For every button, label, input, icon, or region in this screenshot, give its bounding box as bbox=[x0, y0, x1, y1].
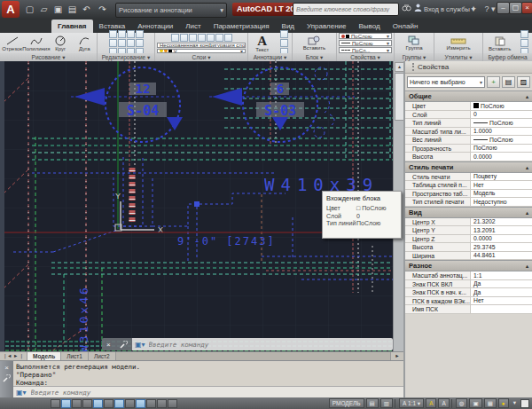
property-row[interactable]: Центр X21.3202 bbox=[405, 218, 532, 227]
search-input[interactable] bbox=[293, 4, 398, 15]
selection-dropdown[interactable]: Ничего не выбрано ▾ bbox=[407, 76, 485, 88]
property-row[interactable]: Знак ПСК в нач. к...Да bbox=[405, 288, 532, 297]
property-row[interactable]: ЦветПоСлою bbox=[405, 102, 532, 111]
polyline-tool[interactable]: Полилиния bbox=[25, 35, 48, 51]
panel-block-label[interactable]: Блок ▾ bbox=[293, 53, 336, 61]
panel-utilities-label[interactable]: Утилиты ▾ bbox=[434, 53, 482, 61]
property-row[interactable]: Центр Y13.2091 bbox=[405, 226, 532, 235]
explode-icon[interactable] bbox=[136, 39, 144, 47]
layer-properties-icon[interactable] bbox=[171, 34, 179, 42]
layer-off-icon[interactable] bbox=[180, 34, 188, 42]
lineweight-toggle[interactable] bbox=[146, 399, 156, 408]
move-icon[interactable] bbox=[109, 30, 117, 38]
status-menu-chevron-icon[interactable]: ▾ bbox=[511, 398, 519, 408]
annotation-visibility-icon[interactable]: А bbox=[426, 398, 436, 408]
property-row[interactable]: Тип линийПоСлою bbox=[405, 119, 532, 128]
layer-isolate-icon[interactable] bbox=[189, 34, 197, 42]
property-row[interactable]: Таблица стилей п...Нет bbox=[405, 181, 532, 190]
ribbon-tab[interactable]: Параметризация bbox=[207, 20, 276, 33]
property-row[interactable]: Масштаб типа ли...1.0000 bbox=[405, 128, 532, 137]
minimize-button[interactable]: – bbox=[497, 2, 510, 14]
ribbon-tab[interactable]: Онлайн bbox=[387, 20, 425, 33]
quick-select-button[interactable]: ▨ bbox=[517, 76, 530, 88]
osnap-toggle[interactable] bbox=[104, 399, 113, 408]
save-icon[interactable]: ▣ bbox=[51, 4, 65, 16]
panel-annotation-label[interactable]: Аннотации ▾ bbox=[248, 53, 292, 61]
layer-tools-row[interactable] bbox=[157, 33, 246, 42]
property-row[interactable]: Центр Z0.0000 bbox=[405, 235, 532, 244]
layer-config-dropdown[interactable]: Несохраненная конфигурация сло▾ bbox=[157, 43, 246, 48]
help-search-box[interactable] bbox=[293, 3, 399, 16]
erase-icon[interactable] bbox=[136, 30, 144, 38]
quick-view-layouts-icon[interactable]: ▤ bbox=[366, 398, 379, 408]
measure-button[interactable]: Измерить bbox=[442, 33, 474, 53]
layer-lock-icon[interactable] bbox=[207, 34, 215, 42]
property-row[interactable]: Знак ПСК ВКЛДа bbox=[405, 280, 532, 289]
infer-constraints-toggle[interactable] bbox=[51, 399, 60, 408]
layout-tab[interactable]: Лист2 bbox=[89, 352, 116, 360]
ducs-toggle[interactable] bbox=[125, 399, 135, 408]
ortho-toggle[interactable] bbox=[82, 399, 92, 408]
floating-command-bar[interactable]: × ▣▾ bbox=[102, 338, 393, 350]
close-icon[interactable]: × bbox=[4, 364, 9, 372]
model-space-button[interactable]: РМОДЕЛЬ bbox=[329, 398, 364, 408]
polar-toggle[interactable] bbox=[93, 399, 103, 408]
command-input[interactable] bbox=[147, 340, 390, 350]
property-row[interactable]: Пространство таб...Модель bbox=[405, 190, 532, 199]
quick-view-drawings-icon[interactable]: ▥ bbox=[380, 398, 393, 408]
panel-properties-label[interactable]: Свойства ▾ bbox=[337, 53, 394, 61]
leader-icon[interactable] bbox=[280, 39, 288, 47]
line-tool[interactable]: Отрезок bbox=[1, 35, 24, 51]
workspace-switch-icon[interactable]: ◍ bbox=[456, 398, 468, 408]
select-objects-button[interactable]: ▤ bbox=[502, 76, 515, 88]
ribbon-tab[interactable]: Главная bbox=[51, 20, 93, 33]
palette-section-header[interactable]: Общие▴ bbox=[405, 90, 532, 102]
panel-draw-label[interactable]: Рисование ▾ bbox=[0, 53, 97, 61]
object-color-dropdown[interactable]: ПоСлою ▾ bbox=[339, 33, 392, 39]
property-row[interactable]: Высота29.3745 bbox=[405, 243, 532, 252]
autocad-logo-icon[interactable]: A bbox=[2, 1, 20, 18]
customize-wrench-icon[interactable] bbox=[120, 341, 128, 349]
dynamic-input-toggle[interactable] bbox=[136, 399, 145, 408]
transparency-toggle[interactable] bbox=[157, 399, 167, 408]
insert-block-button[interactable]: Вставить bbox=[301, 33, 328, 53]
quick-properties-toggle[interactable] bbox=[168, 399, 177, 408]
group-button[interactable]: Группа bbox=[402, 33, 426, 53]
plot-icon[interactable]: ▤ bbox=[66, 4, 79, 16]
mirror-icon[interactable] bbox=[118, 39, 126, 47]
property-row[interactable]: ПСК в каждом ВЭк...Нет bbox=[405, 297, 532, 306]
ribbon-tab[interactable]: Управление bbox=[301, 20, 352, 33]
command-input[interactable] bbox=[29, 388, 401, 397]
annotation-scale-button[interactable]: А 1:1 ▾ bbox=[399, 398, 424, 408]
fillet-icon[interactable] bbox=[127, 39, 135, 47]
dimension-icon[interactable] bbox=[280, 30, 288, 38]
ribbon-tab[interactable]: Вывод bbox=[353, 20, 387, 33]
palette-section-header[interactable]: Разное▴ bbox=[405, 260, 532, 271]
property-row[interactable]: Тип стилей печатиНедоступно bbox=[405, 198, 532, 207]
copy-clip-icon[interactable] bbox=[520, 39, 528, 47]
rotate-icon[interactable] bbox=[118, 30, 126, 38]
property-row[interactable]: Вес линийПоСлою bbox=[405, 136, 532, 145]
new-file-icon[interactable]: ▢ bbox=[23, 4, 36, 16]
command-input-field[interactable]: ▣▾ bbox=[132, 338, 393, 350]
property-row[interactable]: Ширина44.8461 bbox=[405, 252, 532, 261]
property-row[interactable]: ПрозрачностьПоСлою bbox=[405, 145, 532, 153]
grid-toggle[interactable] bbox=[72, 399, 82, 408]
circle-tool[interactable]: Круг bbox=[49, 35, 72, 51]
panel-layers-label[interactable]: Слои ▾ bbox=[155, 53, 247, 61]
modify-tools-row[interactable] bbox=[108, 30, 144, 39]
property-row[interactable]: Стиль печатиПоцвету bbox=[405, 173, 532, 182]
toolbar-lock-icon[interactable]: ▣ bbox=[469, 398, 481, 408]
cut-icon[interactable] bbox=[520, 30, 528, 38]
help-icon[interactable]: ? ▾ bbox=[484, 3, 496, 16]
lineweight-dropdown[interactable]: ПоСлою ▾ bbox=[339, 40, 392, 46]
palette-title[interactable]: Свойства bbox=[405, 61, 532, 74]
layer-match-icon[interactable] bbox=[215, 34, 223, 42]
customize-wrench-icon[interactable] bbox=[3, 374, 11, 382]
hscroll-track[interactable] bbox=[116, 352, 390, 360]
property-row[interactable]: Масштаб аннотац...1:1 bbox=[405, 271, 532, 280]
otrack-toggle[interactable] bbox=[114, 399, 124, 408]
user-icon[interactable] bbox=[413, 3, 423, 16]
search-binoculars-icon[interactable] bbox=[401, 3, 411, 16]
exchange-apps-icon[interactable]: ✦ ▾ bbox=[467, 3, 480, 16]
